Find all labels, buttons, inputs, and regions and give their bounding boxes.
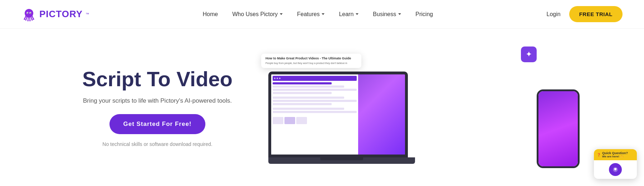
laptop-stand bbox=[320, 157, 363, 160]
chat-icon[interactable] bbox=[609, 163, 622, 176]
logo[interactable]: PICTORY™ bbox=[21, 7, 89, 22]
laptop-screen bbox=[268, 72, 408, 157]
nav-link-home[interactable]: Home bbox=[203, 11, 218, 18]
login-link[interactable]: Login bbox=[546, 11, 560, 18]
chat-widget-body bbox=[594, 160, 637, 179]
logo-icon bbox=[21, 7, 36, 22]
hero-section: Script To Video Bring your scripts to li… bbox=[0, 29, 644, 186]
laptop-screen-inner bbox=[271, 74, 405, 155]
hero-right: How to Make Great Product Videos - The U… bbox=[250, 39, 601, 175]
nav-item-learn[interactable]: Learn bbox=[339, 11, 358, 18]
nav-item-features[interactable]: Features bbox=[297, 11, 325, 18]
nav-item-business[interactable]: Business bbox=[373, 11, 401, 18]
chevron-down-icon bbox=[356, 13, 358, 15]
floating-card: How to Make Great Product Videos - The U… bbox=[261, 54, 361, 68]
nav-item-who-uses[interactable]: Who Uses Pictory bbox=[232, 11, 283, 18]
free-trial-button[interactable]: FREE TRIAL bbox=[569, 6, 623, 22]
phone-screen bbox=[538, 91, 578, 166]
chat-widget[interactable]: ❓ Quick Question? We are here! 👋 bbox=[594, 149, 637, 179]
nav-right: Login FREE TRIAL bbox=[546, 6, 623, 22]
nav-link-learn[interactable]: Learn bbox=[339, 11, 358, 18]
chevron-down-icon bbox=[322, 13, 325, 15]
chat-widget-header: ❓ Quick Question? We are here! 👋 bbox=[594, 149, 637, 160]
brain-icon bbox=[612, 166, 619, 173]
get-started-button[interactable]: Get Started For Free! bbox=[109, 114, 205, 134]
logo-text: PICTORY bbox=[39, 9, 83, 20]
nav-links: Home Who Uses Pictory Features Learn Bus… bbox=[203, 11, 433, 18]
nav-item-home[interactable]: Home bbox=[203, 11, 218, 18]
nav-link-pricing[interactable]: Pricing bbox=[415, 11, 433, 18]
nav-link-who-uses[interactable]: Who Uses Pictory bbox=[232, 11, 283, 18]
laptop-mockup bbox=[268, 72, 426, 175]
hero-disclaimer: No technical skills or software download… bbox=[102, 141, 212, 147]
navbar: PICTORY™ Home Who Uses Pictory Features … bbox=[0, 0, 644, 29]
chevron-down-icon bbox=[280, 13, 283, 15]
phone-mockup bbox=[537, 89, 580, 168]
magic-wand-icon: ✦ bbox=[521, 46, 537, 62]
svg-point-3 bbox=[28, 13, 28, 13]
laptop-ui-panel bbox=[271, 74, 358, 155]
svg-point-4 bbox=[30, 13, 31, 13]
chat-subtitle-text: We are here! 👋 bbox=[602, 155, 628, 158]
chat-question-text: Quick Question? bbox=[602, 151, 628, 155]
laptop-base bbox=[268, 157, 415, 164]
hero-left: Script To Video Bring your scripts to li… bbox=[64, 68, 250, 147]
chevron-down-icon bbox=[398, 13, 401, 15]
hero-subtitle: Bring your scripts to life with Pictory'… bbox=[83, 96, 232, 106]
card-text: People buy from people, but they won't b… bbox=[265, 62, 357, 65]
nav-link-business[interactable]: Business bbox=[373, 11, 401, 18]
chat-question-icon: ❓ bbox=[597, 153, 601, 157]
hero-title: Script To Video bbox=[82, 68, 233, 90]
nav-item-pricing[interactable]: Pricing bbox=[415, 11, 433, 18]
card-title: How to Make Great Product Videos - The U… bbox=[265, 57, 357, 60]
nav-link-features[interactable]: Features bbox=[297, 11, 325, 18]
laptop-ui-header bbox=[273, 76, 357, 81]
